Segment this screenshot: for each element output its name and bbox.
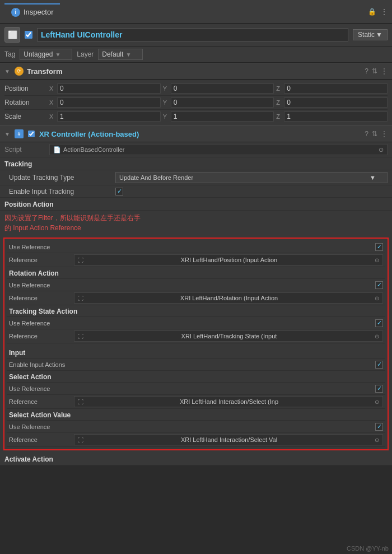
- xr-toggle[interactable]: ▼: [4, 131, 10, 137]
- rotation-row: Rotation X Y Z: [4, 96, 388, 110]
- rot-reference-value[interactable]: ⛶ XRI LeftHand/Rotation (Input Action ⊙: [74, 292, 383, 304]
- tag-layer-row: Tag Untagged ▼ Layer Default ▼: [0, 46, 392, 63]
- gameobject-name-field[interactable]: [37, 28, 348, 41]
- xr-help-icon[interactable]: ?: [365, 130, 368, 138]
- y-axis-label: Y: [163, 85, 170, 92]
- sel-reference-value[interactable]: ⛶ XRI LeftHand Interaction/Select (Inp ⊙: [74, 396, 383, 407]
- cube-icon: ⬜: [4, 27, 20, 43]
- transform-header-right: ? ⇅ ⋮: [365, 67, 388, 75]
- position-z-field: Z: [276, 83, 388, 94]
- update-tracking-row: Update Tracking Type Update And Before R…: [0, 170, 392, 185]
- select-action-label: Select Action: [7, 371, 385, 383]
- sel-use-reference-checkbox[interactable]: [375, 385, 383, 393]
- inspector-title: Inspector: [24, 8, 53, 16]
- selval-ref-text: XRI LeftHand Interaction/Select Val: [181, 436, 277, 443]
- selval-use-reference-checkbox[interactable]: [375, 423, 383, 431]
- transform-menu-icon[interactable]: ⋮: [381, 67, 388, 75]
- layer-dropdown-arrow: ▼: [125, 52, 131, 58]
- position-x-input[interactable]: [57, 83, 161, 94]
- sel-use-reference-label: Use Reference: [9, 385, 71, 392]
- scale-z-input[interactable]: [284, 111, 388, 122]
- transform-icon: ⟳: [15, 67, 24, 76]
- rot-use-reference-label: Use Reference: [9, 282, 71, 288]
- script-name: ActionBasedController: [63, 146, 124, 153]
- transform-settings-icon[interactable]: ⇅: [372, 67, 377, 75]
- enable-input-tracking-value: [115, 188, 388, 195]
- enable-input-tracking-row: Enable Input Tracking: [0, 185, 392, 198]
- xr-content: Script 📄 ActionBasedController ⊙ Trackin…: [0, 142, 392, 465]
- position-z-input[interactable]: [284, 83, 388, 94]
- sel-reference-label: Reference: [9, 398, 71, 405]
- track-ref-icon: ⛶: [78, 333, 83, 339]
- position-x-field: X: [49, 83, 161, 94]
- selval-ref-icon: ⛶: [78, 437, 83, 443]
- position-action-label: Position Action: [0, 198, 392, 211]
- sel-reference-row: Reference ⛶ XRI LeftHand Interaction/Sel…: [7, 395, 385, 409]
- scale-x-field: X: [49, 111, 161, 122]
- tag-dropdown[interactable]: Untagged ▼: [20, 49, 72, 60]
- pos-reference-label: Reference: [9, 257, 71, 263]
- scale-y-input[interactable]: [171, 111, 274, 122]
- xr-settings-icon[interactable]: ⇅: [372, 130, 377, 138]
- xr-menu-icon[interactable]: ⋮: [381, 130, 388, 138]
- transform-help-icon[interactable]: ?: [365, 67, 368, 75]
- menu-icon[interactable]: ⋮: [381, 8, 388, 16]
- enable-input-actions-label: Enable Input Actions: [9, 361, 71, 368]
- track-use-reference-checkbox[interactable]: [375, 319, 383, 327]
- rot-ref-target-icon[interactable]: ⊙: [375, 295, 379, 301]
- rot-use-reference-checkbox[interactable]: [375, 281, 383, 289]
- script-row: Script 📄 ActionBasedController ⊙: [0, 142, 392, 157]
- track-ref-target-icon[interactable]: ⊙: [375, 333, 379, 339]
- pos-reference-row: Reference ⛶ XRI LeftHand/Position (Input…: [7, 253, 385, 267]
- xr-enabled-checkbox[interactable]: [28, 131, 35, 137]
- pos-reference-value[interactable]: ⛶ XRI LeftHand/Position (Input Action ⊙: [74, 254, 383, 266]
- rotation-x-input[interactable]: [57, 97, 161, 108]
- update-tracking-dropdown[interactable]: Update And Before Render ▼: [115, 172, 388, 183]
- lock-icon[interactable]: 🔒: [368, 8, 376, 16]
- enable-input-tracking-checkbox[interactable]: [115, 188, 123, 195]
- enable-input-actions-checkbox[interactable]: [375, 361, 383, 369]
- selval-reference-value[interactable]: ⛶ XRI LeftHand Interaction/Select Val ⊙: [74, 434, 383, 445]
- rotation-y-input[interactable]: [171, 97, 274, 108]
- enable-input-tracking-label: Enable Input Tracking: [9, 188, 115, 195]
- watermark: CSDN @YY-nb: [347, 545, 389, 552]
- tag-label: Tag: [4, 50, 15, 58]
- position-y-field: Y: [163, 83, 274, 94]
- select-action-value-label: Select Action Value: [7, 409, 385, 421]
- transform-toggle[interactable]: ▼: [4, 68, 10, 75]
- transform-section-header: ▼ ⟳ Transform ? ⇅ ⋮: [0, 63, 392, 80]
- layer-dropdown[interactable]: Default ▼: [98, 49, 143, 60]
- static-button[interactable]: Static ▼: [353, 29, 388, 40]
- sel-use-reference-row: Use Reference: [7, 383, 385, 395]
- track-reference-value[interactable]: ⛶ XRI LeftHand/Tracking State (Input ⊙: [74, 330, 383, 342]
- xr-header-right: ? ⇅ ⋮: [365, 130, 388, 138]
- z-axis-label: Z: [276, 85, 283, 92]
- xr-section-header: ▼ # XR Controller (Action-based) ? ⇅ ⋮: [0, 125, 392, 142]
- rotation-label: Rotation: [4, 99, 49, 106]
- tag-dropdown-arrow: ▼: [55, 52, 60, 58]
- rotation-z-input[interactable]: [284, 97, 388, 108]
- inspector-header: i Inspector 🔒 ⋮: [0, 0, 392, 24]
- selval-use-reference-row: Use Reference: [7, 421, 385, 433]
- track-ref-text: XRI LeftHand/Tracking State (Input: [181, 333, 277, 339]
- script-target-icon[interactable]: ⊙: [379, 146, 384, 153]
- position-y-input[interactable]: [171, 83, 274, 94]
- pos-use-reference-checkbox[interactable]: [375, 243, 383, 251]
- rotation-z-field: Z: [276, 97, 388, 108]
- scale-label: Scale: [4, 113, 49, 120]
- inspector-tab[interactable]: i Inspector: [4, 3, 60, 20]
- sel-ref-target-icon[interactable]: ⊙: [375, 399, 379, 405]
- x-axis-label: X: [49, 85, 56, 92]
- script-file-icon: 📄: [53, 146, 61, 153]
- info-icon: i: [11, 8, 20, 17]
- pos-ref-target-icon[interactable]: ⊙: [375, 257, 379, 263]
- header-right: 🔒 ⋮: [368, 8, 388, 16]
- selval-ref-target-icon[interactable]: ⊙: [375, 437, 379, 443]
- track-use-reference-label: Use Reference: [9, 320, 71, 327]
- rotation-y-field: Y: [163, 97, 274, 108]
- gameobject-checkbox[interactable]: [25, 31, 32, 39]
- update-tracking-value: Update And Before Render ▼: [115, 172, 388, 183]
- rotation-x-field: X: [49, 97, 161, 108]
- scale-x-input[interactable]: [57, 111, 161, 122]
- pos-ref-icon: ⛶: [78, 257, 83, 263]
